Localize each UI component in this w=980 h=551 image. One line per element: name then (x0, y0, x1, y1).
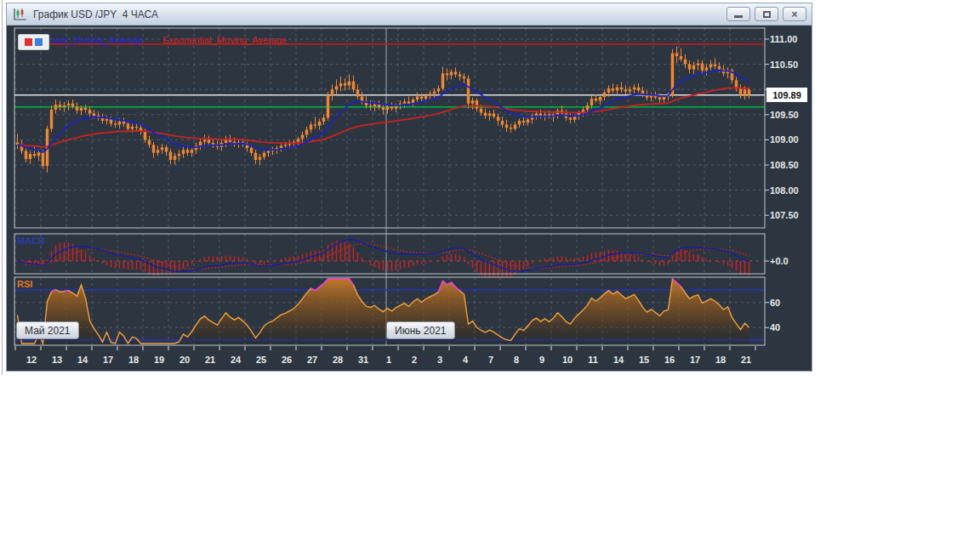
indicator-legend-box (18, 34, 49, 50)
red-swatch-icon[interactable] (25, 38, 32, 46)
blue-swatch-icon[interactable] (35, 38, 43, 46)
svg-text:3: 3 (437, 355, 442, 365)
svg-text:17: 17 (103, 355, 113, 365)
svg-text:17: 17 (690, 355, 700, 365)
svg-text:21: 21 (741, 355, 751, 365)
svg-text:9: 9 (539, 355, 544, 365)
svg-text:18: 18 (715, 355, 726, 365)
macd-histogram (18, 241, 749, 277)
svg-text:7: 7 (488, 355, 493, 365)
candlestick-chart-icon (13, 8, 28, 21)
svg-text:25: 25 (256, 355, 266, 365)
svg-text:21: 21 (205, 355, 215, 365)
svg-text:16: 16 (664, 355, 675, 365)
window-controls: × (726, 7, 806, 21)
ema-slow-legend-label: Exponential_Moving_Average (162, 36, 287, 45)
svg-text:28: 28 (333, 355, 343, 365)
svg-text:111.00: 111.00 (770, 34, 797, 44)
svg-text:14: 14 (613, 355, 624, 365)
svg-text:1: 1 (386, 355, 391, 365)
ema-slow-line (18, 88, 749, 147)
svg-text:13: 13 (52, 355, 62, 365)
svg-text:108.00: 108.00 (770, 185, 799, 196)
maximize-button[interactable] (755, 7, 778, 21)
svg-text:40: 40 (770, 322, 780, 332)
svg-text:109.00: 109.00 (770, 134, 799, 145)
svg-text:109.50: 109.50 (770, 110, 799, 120)
svg-text:19: 19 (154, 355, 164, 365)
close-button[interactable]: × (783, 7, 806, 21)
background-window-edge (2, 0, 3, 375)
price-axis: 111.00110.50109.50109.00108.50108.00107.… (765, 34, 799, 332)
svg-text:+0.0: +0.0 (770, 256, 789, 266)
chart-client-area: 111.00110.50109.50109.00108.50108.00107.… (7, 26, 812, 371)
svg-text:60: 60 (770, 298, 780, 308)
svg-text:15: 15 (639, 355, 649, 365)
svg-text:12: 12 (26, 355, 37, 365)
month-tag-may: Май 2021 (16, 321, 79, 339)
current-price-tag: 109.89 (766, 88, 807, 102)
svg-text:110.50: 110.50 (770, 60, 798, 70)
svg-text:2: 2 (412, 355, 417, 365)
svg-text:27: 27 (307, 355, 317, 365)
minimize-icon (734, 15, 743, 18)
svg-text:4: 4 (463, 355, 469, 365)
svg-text:11: 11 (588, 355, 598, 365)
svg-text:18: 18 (128, 355, 139, 365)
window-title: График USD /JPY 4 ЧАСА (33, 9, 726, 20)
title-bar: График USD /JPY 4 ЧАСА × (7, 3, 812, 26)
price-level-lines (14, 44, 765, 107)
minimize-button[interactable] (726, 7, 750, 21)
svg-text:24: 24 (231, 355, 242, 365)
svg-text:107.50: 107.50 (770, 210, 799, 220)
svg-text:8: 8 (514, 355, 519, 365)
candlestick-series (18, 47, 749, 173)
month-tag-june: Июнь 2021 (386, 321, 455, 339)
macd-panel-series (14, 240, 765, 278)
chart-window: График USD /JPY 4 ЧАСА × 111.00110.50109… (6, 3, 812, 372)
gridlines (14, 28, 765, 345)
macd-panel-label: MACD (17, 236, 45, 246)
svg-text:108.50: 108.50 (770, 160, 799, 170)
svg-text:10: 10 (562, 355, 573, 365)
date-axis: 1213141718192021242526272831123478910111… (15, 346, 755, 365)
svg-text:26: 26 (282, 355, 292, 365)
macd-panel-border (14, 234, 765, 274)
svg-text:20: 20 (179, 355, 190, 365)
rsi-panel-label: RSI (17, 280, 32, 289)
ema-fast-legend-label: ntial_Moving_Average (51, 36, 144, 45)
svg-text:14: 14 (77, 355, 88, 365)
svg-text:31: 31 (358, 355, 368, 365)
maximize-icon (763, 11, 771, 18)
close-icon: × (791, 9, 797, 20)
chart-canvas[interactable]: 111.00110.50109.50109.00108.50108.00107.… (7, 26, 812, 371)
